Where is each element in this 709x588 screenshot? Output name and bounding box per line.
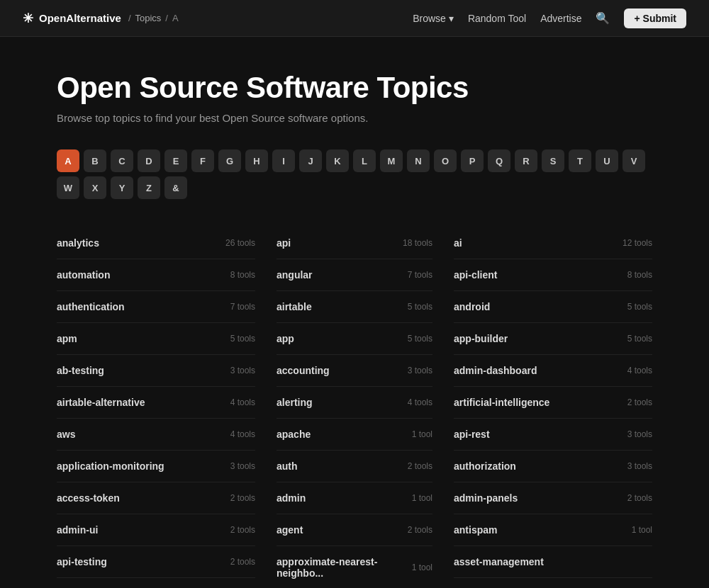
topic-count: 2 tools: [402, 461, 432, 471]
topic-row[interactable]: ai12 tools: [454, 227, 652, 259]
alpha-btn-b[interactable]: B: [84, 149, 106, 172]
alpha-btn-k[interactable]: K: [326, 149, 349, 172]
topic-row[interactable]: airtable-alternative4 tools: [57, 387, 255, 419]
topic-row[interactable]: ab-testing3 tools: [57, 355, 255, 387]
alpha-btn-m[interactable]: M: [380, 149, 403, 172]
topic-row[interactable]: api18 tools: [277, 227, 432, 259]
page-title: Open Source Software Topics: [57, 71, 652, 105]
topic-count: 5 tools: [402, 334, 432, 344]
browse-nav[interactable]: Browse ▾: [413, 13, 454, 24]
topic-row[interactable]: automation8 tools: [57, 259, 255, 291]
topic-row[interactable]: api-rest3 tools: [454, 419, 652, 451]
alpha-btn-y[interactable]: Y: [111, 176, 133, 199]
alphabet-nav: ABCDEFGHIJKLMNOPQRSTUVWXYZ&: [57, 149, 652, 199]
topic-row[interactable]: analytics26 tools: [57, 227, 255, 259]
topic-name: ab-testing: [57, 365, 104, 376]
topic-count: 5 tools: [225, 334, 255, 344]
alpha-btn-o[interactable]: O: [434, 149, 457, 172]
topic-row[interactable]: apache1 tool: [277, 419, 432, 451]
alpha-btn-f[interactable]: F: [191, 149, 214, 172]
topic-row[interactable]: agent2 tools: [277, 514, 432, 546]
alpha-btn-&[interactable]: &: [164, 176, 187, 199]
breadcrumb-current: A: [172, 13, 179, 23]
alpha-btn-c[interactable]: C: [111, 149, 133, 172]
breadcrumb-separator: /: [128, 13, 131, 23]
alpha-btn-w[interactable]: W: [57, 176, 79, 199]
random-tool-nav[interactable]: Random Tool: [468, 13, 526, 24]
logo-icon: ✳: [23, 11, 33, 26]
topic-row[interactable]: authorization3 tools: [454, 451, 652, 482]
submit-button[interactable]: + Submit: [624, 9, 686, 28]
topic-row[interactable]: artificial-intelligence2 tools: [454, 387, 652, 419]
breadcrumb-topics[interactable]: Topics: [135, 13, 162, 23]
topic-count: 2 tools: [402, 525, 432, 535]
alpha-btn-l[interactable]: L: [353, 149, 376, 172]
alpha-btn-t[interactable]: T: [569, 149, 591, 172]
alpha-btn-x[interactable]: X: [84, 176, 106, 199]
topic-count: 4 tools: [225, 429, 255, 439]
topic-count: 3 tools: [402, 366, 432, 375]
topic-count: 7 tools: [225, 302, 255, 312]
topic-row[interactable]: api-testing2 tools: [57, 546, 255, 578]
topic-name: admin-ui: [57, 524, 98, 536]
topic-row[interactable]: app5 tools: [277, 323, 432, 355]
topic-row[interactable]: auth2 tools: [277, 451, 432, 482]
topic-count: 2 tools: [225, 493, 255, 503]
topic-row[interactable]: asset-management: [454, 546, 652, 578]
header: ✳ OpenAlternative / Topics / A Browse ▾ …: [0, 0, 709, 37]
alpha-btn-p[interactable]: P: [461, 149, 484, 172]
topic-row[interactable]: accounting3 tools: [277, 355, 432, 387]
topic-row[interactable]: android5 tools: [454, 291, 652, 323]
alpha-btn-u[interactable]: U: [596, 149, 618, 172]
alpha-btn-g[interactable]: G: [218, 149, 241, 172]
topic-count: 5 tools: [622, 302, 652, 312]
topic-row[interactable]: apm5 tools: [57, 323, 255, 355]
topic-name: access-token: [57, 492, 120, 504]
alpha-btn-j[interactable]: J: [299, 149, 322, 172]
topic-name: ai: [454, 237, 462, 249]
topic-row[interactable]: admin1 tool: [277, 482, 432, 514]
alpha-btn-r[interactable]: R: [515, 149, 537, 172]
topic-row[interactable]: access-token2 tools: [57, 482, 255, 514]
alpha-btn-d[interactable]: D: [138, 149, 160, 172]
alpha-btn-h[interactable]: H: [245, 149, 268, 172]
topic-row[interactable]: approximate-nearest-neighbo...1 tool: [277, 546, 432, 588]
topic-col-2: api18 toolsangular7 toolsairtable5 tools…: [255, 227, 454, 588]
topic-row[interactable]: admin-dashboard4 tools: [454, 355, 652, 387]
topic-row[interactable]: api-client8 tools: [454, 259, 652, 291]
topic-row[interactable]: application-monitoring3 tools: [57, 451, 255, 482]
topic-row[interactable]: angular7 tools: [277, 259, 432, 291]
topic-name: accounting: [277, 365, 330, 376]
topic-count: 3 tools: [225, 366, 255, 375]
topic-count: 26 tools: [220, 238, 255, 248]
alpha-btn-e[interactable]: E: [164, 149, 187, 172]
breadcrumb-separator2: /: [165, 13, 168, 23]
topic-name: admin-panels: [454, 492, 518, 504]
topic-row[interactable]: authentication7 tools: [57, 291, 255, 323]
search-button[interactable]: 🔍: [596, 11, 610, 25]
topic-row[interactable]: admin-panels2 tools: [454, 482, 652, 514]
topic-name: admin: [277, 492, 306, 504]
topic-col-1: analytics26 toolsautomation8 toolsauthen…: [57, 227, 255, 588]
alpha-btn-z[interactable]: Z: [138, 176, 160, 199]
topic-row[interactable]: app-builder5 tools: [454, 323, 652, 355]
alpha-btn-n[interactable]: N: [407, 149, 430, 172]
topic-count: 3 tools: [622, 461, 652, 471]
alpha-btn-s[interactable]: S: [542, 149, 564, 172]
alpha-btn-v[interactable]: V: [623, 149, 645, 172]
logo[interactable]: ✳ OpenAlternative: [23, 11, 121, 26]
header-right: Browse ▾ Random Tool Advertise 🔍 + Submi…: [413, 9, 686, 28]
topic-row[interactable]: antispam1 tool: [454, 514, 652, 546]
topic-row[interactable]: alerting4 tools: [277, 387, 432, 419]
topic-row[interactable]: airtable5 tools: [277, 291, 432, 323]
alpha-btn-a[interactable]: A: [57, 149, 79, 172]
topic-count: 4 tools: [622, 366, 652, 375]
advertise-nav[interactable]: Advertise: [540, 13, 581, 24]
topic-name: authorization: [454, 460, 516, 472]
alpha-btn-q[interactable]: Q: [488, 149, 510, 172]
topics-grid: analytics26 toolsautomation8 toolsauthen…: [57, 227, 652, 588]
alpha-btn-i[interactable]: I: [272, 149, 295, 172]
topic-row[interactable]: admin-ui2 tools: [57, 514, 255, 546]
topic-count: 2 tools: [225, 557, 255, 567]
topic-row[interactable]: aws4 tools: [57, 419, 255, 451]
